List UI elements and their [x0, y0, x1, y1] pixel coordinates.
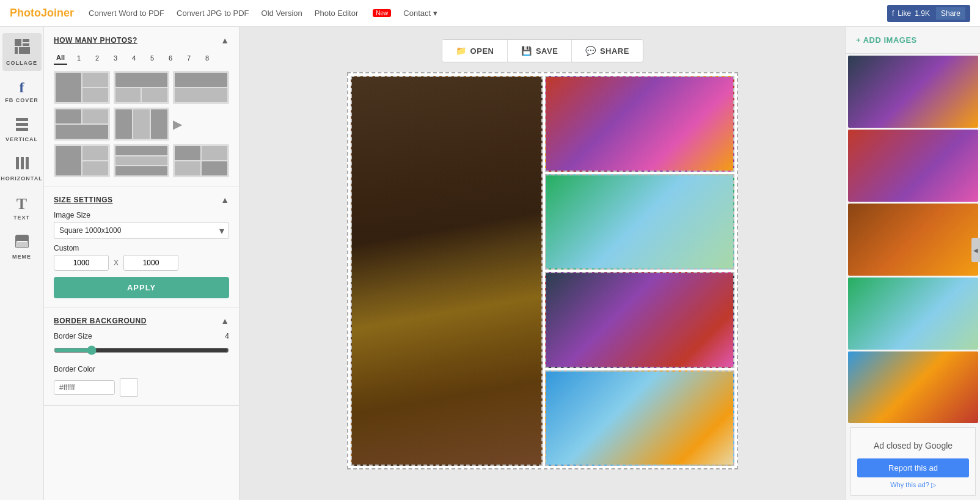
svg-rect-5 — [16, 118, 28, 121]
report-ad-button[interactable]: Report this ad — [857, 458, 969, 477]
thumbnail-3[interactable] — [848, 204, 978, 276]
svg-rect-13 — [16, 242, 28, 248]
nav-contact[interactable]: Contact ▾ — [403, 9, 437, 18]
size-settings-arrow[interactable]: ▲ — [221, 195, 229, 205]
count-8[interactable]: 8 — [200, 51, 214, 65]
border-bg-arrow[interactable]: ▲ — [221, 316, 229, 326]
left-sidebar: COLLAGE f FB COVER VERTICAL — [0, 27, 44, 500]
count-all[interactable]: All — [54, 51, 67, 65]
border-size-row: Border Size 4 — [54, 332, 229, 340]
size-settings-title[interactable]: SIZE SETTINGS — [54, 196, 113, 204]
x-divider: X — [114, 259, 119, 267]
svg-rect-1 — [23, 39, 29, 42]
meme-icon — [15, 234, 29, 252]
color-picker-row — [54, 378, 229, 397]
color-hex-input[interactable] — [54, 380, 115, 395]
layout-option-4[interactable] — [54, 108, 110, 141]
thumbnail-2[interactable] — [848, 130, 978, 202]
thumbnail-4[interactable] — [848, 278, 978, 350]
collage-cell-1[interactable] — [351, 76, 543, 466]
add-images-button[interactable]: + ADD IMAGES — [846, 27, 980, 54]
count-3[interactable]: 3 — [109, 51, 122, 65]
horizontal-icon — [15, 156, 29, 174]
save-label: SAVE — [536, 46, 558, 56]
share-button[interactable]: 💬 SHARE — [572, 40, 643, 62]
how-many-title[interactable]: HOW MANY PHOTOS? — [54, 36, 137, 45]
collage-canvas — [347, 72, 738, 469]
main-layout: COLLAGE f FB COVER VERTICAL — [0, 27, 980, 500]
apply-button[interactable]: APPLY — [54, 277, 229, 298]
sidebar-item-horizontal[interactable]: HORIZONTAL — [2, 151, 42, 186]
collapse-handle[interactable]: ◀ — [971, 238, 980, 262]
fb-cover-label: FB COVER — [5, 97, 38, 103]
svg-rect-12 — [16, 235, 28, 241]
border-background-section: BORDER BACKGROUND ▲ Border Size 4 Border… — [44, 307, 239, 406]
nav-old-version[interactable]: Old Version — [261, 9, 302, 18]
right-sidebar: + ADD IMAGES Ad closed by Google Report … — [846, 27, 980, 500]
layout-option-2[interactable] — [114, 71, 170, 104]
save-icon: 💾 — [521, 46, 532, 56]
collage-cell-2[interactable] — [545, 76, 734, 172]
border-color-label: Border Color — [54, 365, 95, 373]
collage-cell-5[interactable] — [545, 370, 734, 466]
brand-logo[interactable]: PhotoJoiner — [10, 7, 74, 20]
ad-closed-title: Ad closed by Google — [857, 440, 969, 452]
share-label: SHARE — [600, 46, 629, 56]
layout-option-5[interactable] — [114, 108, 170, 141]
size-settings-section: SIZE SETTINGS ▲ Image Size Square 1000x1… — [44, 186, 239, 307]
sidebar-item-vertical[interactable]: VERTICAL — [2, 112, 42, 147]
svg-rect-4 — [19, 47, 30, 54]
vertical-label: VERTICAL — [5, 136, 38, 142]
vertical-icon — [15, 117, 29, 135]
brand-second: Joiner — [41, 7, 74, 19]
layout-option-8[interactable] — [173, 144, 229, 177]
count-4[interactable]: 4 — [127, 51, 141, 65]
new-badge: New — [373, 9, 391, 17]
sidebar-item-meme[interactable]: MEME — [2, 229, 42, 265]
image-size-select[interactable]: Square 1000x1000 Landscape 1200x800 Port… — [54, 222, 229, 239]
collage-cell-3[interactable] — [545, 174, 734, 270]
open-button[interactable]: 📁 OPEN — [442, 40, 508, 62]
count-6[interactable]: 6 — [164, 51, 177, 65]
svg-rect-8 — [16, 157, 19, 169]
sidebar-item-text[interactable]: T TEXT — [2, 190, 42, 226]
save-button[interactable]: 💾 SAVE — [508, 40, 572, 62]
thumbnail-1[interactable] — [848, 56, 978, 128]
border-size-slider[interactable] — [54, 345, 229, 355]
layout-scroll-right[interactable]: ▶ — [173, 108, 181, 141]
nav-convert-jpg[interactable]: Convert JPG to PDF — [177, 9, 249, 18]
layout-option-7[interactable] — [114, 144, 170, 177]
layout-option-3[interactable] — [173, 71, 229, 104]
fb-like-label: Like — [898, 9, 911, 18]
facebook-like-button[interactable]: f Like 1.9K Share — [887, 5, 970, 22]
layout-grid: ▶ — [54, 71, 229, 177]
count-1[interactable]: 1 — [72, 51, 86, 65]
count-7[interactable]: 7 — [182, 51, 196, 65]
svg-rect-0 — [15, 39, 21, 46]
color-swatch[interactable] — [120, 378, 138, 397]
layout-option-6[interactable] — [54, 144, 110, 177]
fb-share-label[interactable]: Share — [936, 7, 965, 20]
canvas-area: 📁 OPEN 💾 SAVE 💬 SHARE — [240, 27, 846, 500]
layout-option-1[interactable] — [54, 71, 110, 104]
border-bg-title[interactable]: BORDER BACKGROUND — [54, 317, 147, 325]
nav-links: Convert Word to PDF Convert JPG to PDF O… — [89, 9, 887, 18]
ad-closed-box: Ad closed by Google Report this ad Why t… — [850, 427, 976, 496]
sidebar-item-fb-cover[interactable]: f FB COVER — [2, 75, 42, 108]
nav-convert-word[interactable]: Convert Word to PDF — [89, 9, 164, 18]
fb-cover-icon: f — [20, 79, 24, 96]
border-size-value: 4 — [225, 332, 229, 340]
custom-height-input[interactable] — [123, 255, 178, 271]
fb-count: 1.9K — [915, 9, 930, 18]
how-many-arrow[interactable]: ▲ — [221, 35, 229, 45]
thumbnail-5[interactable] — [848, 351, 978, 424]
count-2[interactable]: 2 — [90, 51, 104, 65]
custom-width-input[interactable] — [54, 255, 109, 271]
open-label: OPEN — [470, 46, 494, 56]
count-5[interactable]: 5 — [145, 51, 159, 65]
border-bg-header: BORDER BACKGROUND ▲ — [54, 316, 229, 326]
nav-photo-editor[interactable]: Photo Editor — [315, 9, 359, 18]
sidebar-item-collage[interactable]: COLLAGE — [2, 33, 42, 71]
collage-cell-4[interactable] — [545, 272, 734, 368]
why-this-ad-link[interactable]: Why this ad? ▷ — [857, 481, 969, 489]
